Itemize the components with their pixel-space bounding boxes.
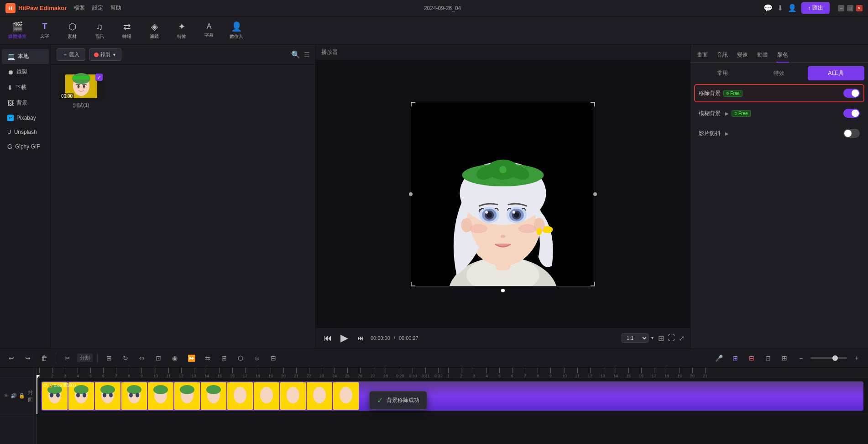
subtab-ai[interactable]: AI工具 (808, 66, 864, 80)
preview-controls: ⏮ ▶ ⏭ 00:00:00 / 00:00:27 1:1 0.5:1 2:1 … (316, 328, 690, 348)
tab-speed[interactable]: 變速 (736, 48, 749, 63)
toolbar-captions[interactable]: A 字幕 (196, 18, 222, 43)
toolbar-digital-human[interactable]: 👤 數位人 (224, 18, 249, 43)
toolbar-media[interactable]: 🎬 媒體播室 (5, 18, 30, 43)
step-forward-button[interactable]: ⏭ (354, 332, 367, 344)
undo-button[interactable]: ↩ (5, 352, 18, 365)
sidebar-item-giphy[interactable]: G Giphy GIF (2, 139, 49, 154)
sidebar-item-background[interactable]: 🖼 背景 (2, 95, 49, 111)
corner-handle-tl[interactable] (411, 102, 415, 106)
toolbar-audio[interactable]: ♫ 音訊 (87, 18, 112, 43)
trim-button[interactable]: ⊡ (152, 352, 165, 365)
minimize-button[interactable]: ─ (838, 5, 844, 11)
cut-label: 分割 (77, 354, 93, 362)
subtab-common[interactable]: 常用 (694, 66, 751, 80)
zoom-in-button[interactable]: ＋ (850, 352, 863, 365)
mask-button[interactable]: ◉ (168, 352, 182, 365)
download-icon[interactable]: ⬇ (777, 4, 783, 12)
toolbar-transitions[interactable]: ⇄ 轉場 (114, 18, 140, 43)
rotate-button[interactable]: ↻ (119, 352, 132, 365)
toolbar-effects[interactable]: ✦ 特效 (169, 18, 194, 43)
track-lock-icon[interactable]: 🔓 (19, 393, 25, 399)
crop-preview-icon[interactable]: ⊞ (658, 334, 664, 343)
free-badge-0: ⊙ Free (723, 90, 743, 97)
redo-button[interactable]: ↪ (21, 352, 35, 365)
split-track-button[interactable]: ⊞ (728, 352, 742, 365)
timeline-ruler: (function() { const ruler = document.cur… (37, 368, 868, 378)
import-button[interactable]: ＋ 匯入 (57, 48, 85, 61)
clip-frame (333, 382, 359, 410)
toolbar-elements[interactable]: ⬡ 素材 (59, 18, 85, 43)
corner-handle-bl[interactable] (411, 282, 415, 286)
export-label: 匯出 (812, 4, 823, 12)
fullscreen-icon[interactable]: ⛶ (668, 334, 675, 343)
clip-frame (95, 382, 120, 410)
import-label: 匯入 (69, 51, 79, 58)
tab-color[interactable]: 顏色 (776, 48, 789, 63)
toolbar-filters[interactable]: ◈ 濾鏡 (141, 18, 167, 43)
merge-button[interactable]: ⊞ (217, 352, 231, 365)
zoom-thumb[interactable] (832, 355, 838, 361)
sidebar-item-local[interactable]: 💻 本地 (2, 49, 49, 64)
clip-frame (121, 382, 147, 410)
stabilization-arrow: ▶ (725, 131, 729, 136)
blur-bg-toggle[interactable] (843, 109, 860, 118)
track-eye-icon[interactable]: 👁 (4, 393, 9, 399)
subtab-effects[interactable]: 特效 (751, 66, 807, 80)
menu-file[interactable]: 檔案 (74, 4, 85, 12)
tab-audio[interactable]: 音訊 (716, 48, 729, 63)
rewind-button[interactable]: ⏮ (321, 332, 334, 344)
toolbar-text[interactable]: T 文字 (32, 18, 58, 43)
sidebar-item-download[interactable]: ⬇ 下載 (2, 80, 49, 95)
ai-edit-button[interactable]: ⬡ (234, 352, 247, 365)
cut-button[interactable]: ✂ (61, 352, 74, 365)
color-track-button[interactable]: ⊟ (745, 352, 758, 365)
playhead-dot[interactable] (501, 289, 505, 292)
side-handle-left[interactable] (409, 192, 413, 196)
timeline-playhead[interactable] (37, 378, 37, 414)
zoom-out-button[interactable]: − (794, 352, 808, 365)
speed-button[interactable]: ⏩ (184, 352, 198, 365)
search-icon[interactable]: 🔍 (291, 50, 300, 59)
media-panel: ＋ 匯入 錄製 ▼ 🔍 ☰ (51, 45, 316, 348)
user-icon[interactable]: 👤 (788, 4, 797, 12)
expand-icon[interactable]: ⤢ (679, 334, 685, 343)
tab-animation[interactable]: 動畫 (756, 48, 769, 63)
snap-button[interactable]: ⊞ (778, 352, 791, 365)
list-view-icon[interactable]: ☰ (304, 51, 310, 58)
properties-content: 移除背景 ⊙ Free 模糊背景 ▶ ⊙ Free (690, 80, 868, 348)
list-item[interactable]: 00:00 ✓ 測試(1) (58, 72, 104, 109)
side-handle-right[interactable] (593, 192, 597, 196)
tab-screen[interactable]: 畫面 (696, 48, 709, 63)
sidebar-background-label: 背景 (16, 99, 27, 107)
track-mute-icon[interactable]: 🔊 (10, 393, 17, 399)
split2-button[interactable]: ⊡ (761, 352, 775, 365)
sidebar-item-unsplash[interactable]: U Unsplash (2, 125, 49, 139)
zoom-track[interactable] (810, 357, 847, 359)
properties-subtabs: 常用 特效 AI工具 (690, 63, 868, 80)
record-button[interactable]: 錄製 ▼ (89, 48, 121, 61)
sidebar-item-recording[interactable]: ⏺ 錄製 (2, 64, 49, 79)
menu-help[interactable]: 幫助 (110, 4, 121, 12)
group-button[interactable]: ⊞ (102, 352, 116, 365)
remove-bg-toggle[interactable] (843, 89, 860, 98)
play-button[interactable]: ▶ (338, 332, 350, 344)
corner-handle-br[interactable] (591, 282, 595, 286)
mic-button[interactable]: 🎤 (712, 352, 726, 365)
export-button[interactable]: ↑ 匯出 (801, 2, 830, 14)
flip-button[interactable]: ⇔ (135, 352, 149, 365)
corner-handle-tr[interactable] (591, 102, 595, 106)
reverse-button[interactable]: ⇆ (201, 352, 214, 365)
maximize-button[interactable]: □ (847, 5, 853, 11)
close-button[interactable]: ✕ (856, 5, 863, 11)
face-button[interactable]: ☺ (250, 352, 264, 365)
bell-icon[interactable]: 💬 (763, 4, 773, 12)
export-frame-button[interactable]: ⊟ (267, 352, 280, 365)
menu-settings[interactable]: 設定 (92, 4, 103, 12)
stabilization-toggle[interactable] (843, 129, 860, 138)
video-clip[interactable]: ⏱ 🔒 0:00 測試(1) (41, 381, 863, 411)
sidebar-item-pixabay[interactable]: P Pixabay (2, 111, 49, 125)
toolbar-audio-label: 音訊 (95, 33, 104, 40)
delete-button[interactable]: 🗑 (37, 352, 51, 365)
zoom-select[interactable]: 1:1 0.5:1 2:1 (622, 333, 648, 343)
